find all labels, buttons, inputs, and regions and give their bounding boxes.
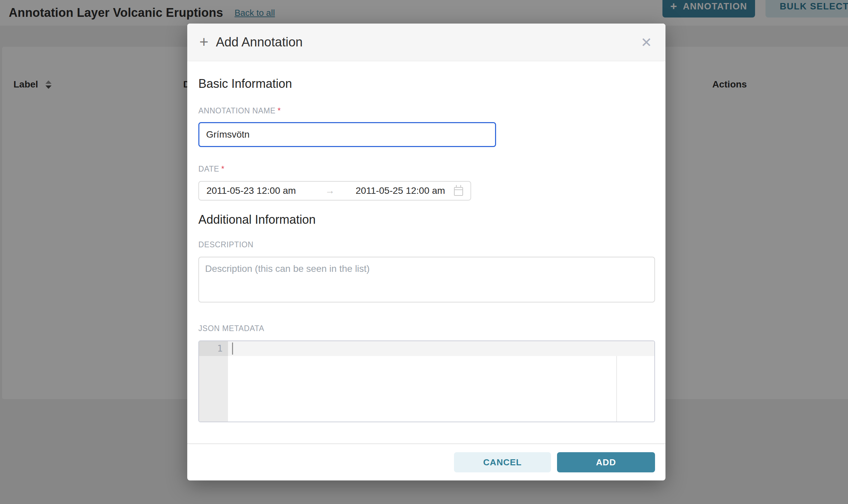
calendar-icon bbox=[454, 187, 463, 196]
description-textarea[interactable] bbox=[198, 257, 655, 303]
modal-header: + Add Annotation ✕ bbox=[187, 23, 665, 61]
section-basic-information: Basic Information bbox=[198, 77, 655, 91]
modal-title: Add Annotation bbox=[216, 35, 303, 50]
add-annotation-modal: + Add Annotation ✕ Basic Information ANN… bbox=[187, 23, 665, 481]
required-marker: * bbox=[277, 106, 281, 115]
modal-body: Basic Information ANNOTATION NAME* DATE*… bbox=[187, 61, 665, 444]
screen: Annotation Layer Volcanic Eruptions Back… bbox=[0, 0, 848, 504]
date-range-picker[interactable]: 2011-05-23 12:00 am → 2011-05-25 12:00 a… bbox=[198, 181, 471, 200]
editor-line-number: 1 bbox=[199, 341, 228, 356]
range-arrow-icon: → bbox=[304, 185, 356, 196]
close-icon[interactable]: ✕ bbox=[639, 34, 654, 51]
editor-print-margin bbox=[616, 356, 617, 421]
annotation-name-input[interactable] bbox=[198, 122, 496, 147]
cancel-button[interactable]: CANCEL bbox=[454, 452, 551, 472]
json-metadata-label: JSON METADATA bbox=[198, 324, 655, 333]
editor-active-line bbox=[228, 341, 654, 356]
add-button[interactable]: ADD bbox=[557, 452, 655, 472]
modal-footer: CANCEL ADD bbox=[187, 444, 665, 481]
annotation-name-label: ANNOTATION NAME* bbox=[198, 106, 655, 115]
json-metadata-editor[interactable]: 1 bbox=[198, 341, 655, 422]
date-start-value[interactable]: 2011-05-23 12:00 am bbox=[206, 185, 304, 196]
editor-cursor bbox=[232, 342, 233, 355]
date-label: DATE* bbox=[198, 164, 655, 174]
description-label: DESCRIPTION bbox=[198, 240, 655, 249]
plus-icon: + bbox=[200, 34, 208, 50]
required-marker: * bbox=[221, 164, 225, 173]
date-end-value[interactable]: 2011-05-25 12:00 am bbox=[356, 185, 454, 196]
section-additional-information: Additional Information bbox=[198, 213, 655, 227]
